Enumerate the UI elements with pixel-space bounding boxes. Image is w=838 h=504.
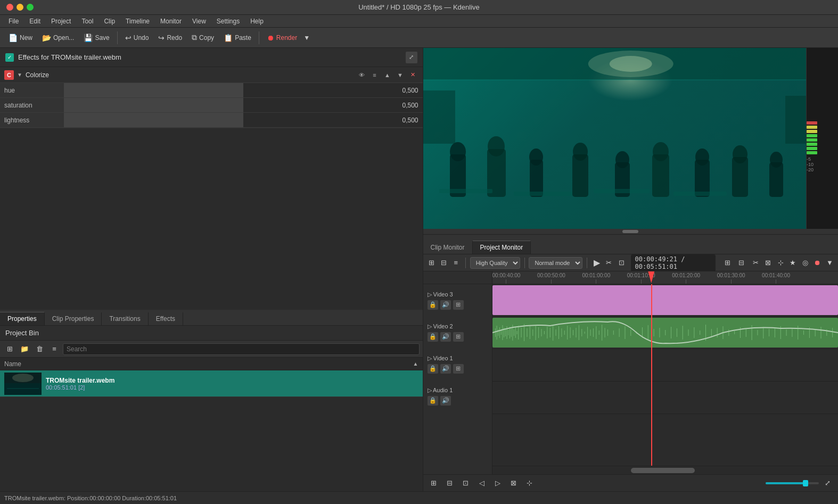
tl-add-track-up-button[interactable]: ⊞ (426, 257, 437, 269)
track-lock-video2[interactable]: 🔒 (428, 332, 438, 342)
effect-down-button[interactable]: ▼ (395, 70, 406, 80)
param-saturation-bar[interactable]: 0,500 (64, 98, 423, 112)
redo-button[interactable]: ↪ Redo (154, 31, 186, 44)
minimize-button[interactable] (17, 4, 23, 11)
bc-fullscreen[interactable]: ⤢ (821, 477, 834, 490)
tab-clip-properties[interactable]: Clip Properties (45, 312, 102, 325)
menu-clip[interactable]: Clip (100, 16, 119, 26)
menu-monitor[interactable]: Monitor (156, 16, 186, 26)
effects-maximize-button[interactable]: ⤢ (406, 52, 417, 63)
track-mute-audio1[interactable]: 🔊 (440, 396, 451, 406)
tl-star-button[interactable]: ★ (788, 257, 798, 269)
clip-video3[interactable] (492, 285, 838, 315)
track-mute-video1[interactable]: 🔊 (440, 364, 451, 374)
bin-view-button[interactable]: ⊞ (3, 343, 16, 356)
tl-snap2-button[interactable]: ⊟ (735, 257, 747, 269)
bc-btn-5[interactable]: ▷ (491, 477, 504, 490)
track-lock-audio1[interactable]: 🔒 (428, 396, 438, 406)
zoom-slider[interactable] (766, 482, 819, 484)
tl-mode-dropdown[interactable]: Normal mode (529, 257, 582, 269)
render-dropdown[interactable]: ▼ (302, 32, 311, 44)
tab-effects[interactable]: Effects (149, 312, 183, 325)
effects-enable-checkbox[interactable]: ✓ (5, 53, 14, 62)
preview-timecode-up[interactable]: ▲ (681, 238, 695, 240)
preview-loop-button[interactable]: ↺ (530, 238, 544, 240)
track-comp-video2[interactable]: ⊞ (453, 332, 464, 342)
bin-menu-button[interactable]: ≡ (48, 343, 61, 356)
tl-extract-button[interactable]: ⊡ (616, 257, 626, 269)
timeline-scrollbar[interactable] (492, 466, 838, 474)
effect-delete-button[interactable]: ✕ (408, 70, 418, 80)
new-button[interactable]: 📄 New (4, 31, 37, 44)
bc-btn-3[interactable]: ⊡ (459, 477, 472, 490)
tl-record-button[interactable]: ⏺ (812, 257, 823, 269)
tab-properties[interactable]: Properties (0, 312, 45, 325)
paste-button[interactable]: 📋 Paste (219, 31, 256, 44)
tl-extract2-button[interactable]: ◎ (800, 257, 810, 269)
menu-settings[interactable]: Settings (212, 16, 244, 26)
preview-next-step-button[interactable]: ▷ (496, 238, 510, 240)
effect-expand-arrow[interactable]: ▼ (17, 72, 22, 78)
preview-volume-button[interactable]: 🔊 (553, 238, 566, 240)
track-comp-video3[interactable]: ⊞ (453, 300, 464, 310)
effect-up-button[interactable]: ▲ (382, 70, 393, 80)
bc-btn-1[interactable]: ⊞ (428, 477, 440, 490)
tl-more-button[interactable]: ▼ (825, 257, 835, 269)
preview-prev-step-button[interactable]: ◁ (462, 238, 475, 240)
tab-transitions[interactable]: Transitions (102, 312, 148, 325)
close-button[interactable] (6, 4, 13, 11)
maximize-button[interactable] (27, 4, 34, 11)
preview-menu-button[interactable]: ≡ (704, 238, 718, 240)
track-lock-video1[interactable]: 🔒 (428, 364, 438, 374)
tl-quality-dropdown[interactable]: High Quality (470, 257, 520, 269)
preview-play-button[interactable]: ▶ (479, 238, 492, 240)
effect-visibility-button[interactable]: 👁 (357, 70, 367, 80)
bc-btn-6[interactable]: ⊠ (507, 477, 520, 490)
monitor-tab-project[interactable]: Project Monitor (473, 241, 531, 254)
menu-edit[interactable]: Edit (25, 16, 45, 26)
copy-button[interactable]: ⧉ Copy (187, 31, 218, 44)
tl-ripple-button[interactable]: ⊠ (763, 257, 773, 269)
tl-snap-button[interactable]: ⊞ (721, 257, 734, 269)
clip-video2[interactable]: // This will be generated by script belo… (492, 318, 838, 348)
preview-scroll-thumb[interactable] (622, 230, 638, 233)
preview-scrollbar[interactable] (423, 229, 838, 234)
menu-tool[interactable]: Tool (77, 16, 97, 26)
undo-button[interactable]: ↩ Undo (121, 31, 153, 44)
render-button[interactable]: ⏺ Render (262, 31, 301, 44)
preview-next-frame-button[interactable]: ⏩ (513, 238, 527, 240)
preview-prev-frame-button[interactable]: ⏪ (445, 238, 458, 240)
track-lock-video3[interactable]: 🔒 (428, 300, 438, 310)
monitor-tab-clip[interactable]: Clip Monitor (423, 241, 473, 254)
timeline-ruler[interactable]: 00:00:40:00 00:00:50:00 00:01:00:00 (492, 271, 838, 284)
track-mute-video2[interactable]: 🔊 (440, 332, 451, 342)
param-hue-bar[interactable]: 0,500 (64, 83, 423, 97)
tl-menu-button[interactable]: ≡ (451, 257, 461, 269)
track-comp-video1[interactable]: ⊞ (453, 364, 464, 374)
bc-btn-2[interactable]: ⊟ (443, 477, 456, 490)
tl-snap3-button[interactable]: ⊹ (776, 257, 786, 269)
tl-play-button[interactable]: ▶ (591, 257, 602, 269)
menu-timeline[interactable]: Timeline (121, 16, 154, 26)
tl-add-track-down-button[interactable]: ⊟ (439, 257, 449, 269)
menu-view[interactable]: View (188, 16, 210, 26)
preview-goto-start-button[interactable]: ⏮ (428, 238, 441, 240)
menu-file[interactable]: File (4, 16, 23, 26)
param-lightness-bar[interactable]: 0,500 (64, 113, 423, 127)
menu-project[interactable]: Project (47, 16, 75, 26)
timeline-scroll-thumb[interactable] (631, 468, 695, 473)
effect-list-button[interactable]: ≡ (369, 70, 380, 80)
tl-cut-button[interactable]: ✂ (604, 257, 614, 269)
track-mute-video3[interactable]: 🔊 (440, 300, 451, 310)
bin-add-folder-button[interactable]: 📁 (18, 343, 31, 356)
menu-help[interactable]: Help (246, 16, 268, 26)
bc-btn-4[interactable]: ◁ (475, 477, 488, 490)
tl-razor-button[interactable]: ✂ (751, 257, 761, 269)
save-button[interactable]: 💾 Save (79, 31, 113, 44)
effect-color-indicator[interactable]: C (4, 70, 14, 80)
bin-search-input[interactable] (63, 343, 420, 355)
preview-zoom-button[interactable]: ⊞ (605, 238, 619, 240)
zoom-thumb[interactable] (803, 480, 808, 486)
bc-btn-7[interactable]: ⊹ (523, 477, 536, 490)
bin-delete-button[interactable]: 🗑 (33, 343, 46, 356)
